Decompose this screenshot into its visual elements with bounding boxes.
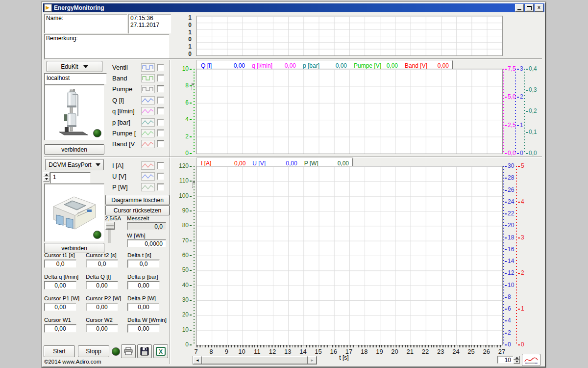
remark-label: Bemerkung:: [46, 35, 169, 42]
graph-palette-button[interactable]: 11 12: [522, 354, 540, 366]
start-button[interactable]: Start: [44, 345, 75, 357]
remark-input[interactable]: Bemerkung:: [44, 34, 170, 60]
easyport-selector[interactable]: DCVM EasyPort: [45, 159, 104, 170]
slider-knob[interactable]: [105, 222, 115, 230]
signal-checkbox[interactable]: [157, 85, 164, 93]
signal-label: Q [l]: [112, 97, 141, 104]
edukit-connect-button[interactable]: verbinden: [44, 144, 104, 155]
process-chart-plot[interactable]: [196, 69, 503, 154]
window-title: EnergyMonitoring: [54, 4, 514, 11]
axis-tick: 2: [185, 133, 192, 139]
print-button[interactable]: [121, 344, 136, 358]
digital-chart-y-axis: 101010: [181, 18, 195, 54]
cursor-cell: Delta W [Wmin]0,00: [127, 317, 162, 339]
maximize-button[interactable]: [525, 4, 534, 12]
divider: [44, 58, 542, 59]
legend-value: 0,00: [234, 62, 245, 69]
minimize-button[interactable]: [515, 4, 524, 12]
stop-button[interactable]: Stopp: [78, 345, 109, 357]
process-chart-right-axis-flow: 0,40,30,20,10,0: [524, 69, 539, 153]
signal-checkbox[interactable]: [157, 107, 164, 115]
printer-icon: [123, 347, 133, 356]
axis-tick: 22: [505, 210, 514, 216]
port-spinner[interactable]: [43, 172, 49, 182]
easyport-device-image: [44, 184, 104, 242]
labview-app-icon: [44, 4, 52, 12]
power-chart-right-axis-u: 302826242220181614121086420: [503, 166, 515, 344]
spin-up-icon[interactable]: [514, 356, 520, 360]
axis-tick: 8: [505, 294, 511, 300]
axis-tick: 30: [505, 163, 514, 169]
cursor-cell: Cursor W10,00: [44, 317, 86, 339]
edukit-selector[interactable]: EduKit: [47, 61, 102, 72]
spin-down-icon[interactable]: [514, 360, 520, 364]
easyport-connect-button[interactable]: verbinden: [44, 243, 104, 253]
range-switch-slider[interactable]: [105, 222, 113, 244]
axis-tick: 6: [505, 306, 511, 312]
axis-tick: 6: [185, 100, 192, 105]
cursor-value-field: 0,00: [44, 281, 76, 289]
stop-label: Stopp: [86, 348, 101, 355]
signal-checkbox[interactable]: [157, 140, 164, 148]
axis-tick: 20: [391, 348, 398, 355]
cursor-cell: Cursor t2 [s]0,0: [86, 252, 127, 274]
signal-checkbox[interactable]: [157, 130, 164, 137]
signal-checkbox[interactable]: [157, 184, 164, 191]
signal-row: Ventil: [112, 62, 164, 73]
axis-tick: 27: [498, 348, 505, 355]
axis-tick: 15: [315, 348, 321, 355]
axis-tick: 20: [505, 222, 514, 228]
name-label: Name:: [46, 15, 127, 22]
time-scrollbar[interactable]: ◄ ►: [193, 356, 317, 365]
axis-tick: 3: [517, 66, 523, 72]
save-button[interactable]: [137, 344, 152, 358]
signal-checkbox[interactable]: [157, 173, 164, 180]
run-status-led: [112, 347, 120, 356]
host-input[interactable]: localhost: [44, 73, 107, 84]
axis-tick: 12: [505, 270, 514, 276]
waveform-icon: [141, 74, 155, 82]
signal-row: U [V]: [112, 171, 164, 182]
messzeit-label: Messzeit: [127, 215, 149, 221]
edukit-device-image: [44, 84, 104, 140]
waveform-icon: [141, 161, 155, 170]
axis-tick: 8: [210, 348, 213, 355]
scrollbar-thumb[interactable]: [202, 356, 308, 364]
axis-tick: 2: [505, 330, 511, 336]
easyport-connect-label: verbinden: [61, 245, 87, 252]
signal-checkbox[interactable]: [157, 97, 164, 104]
cursor-value-field: 0,0: [44, 260, 76, 268]
waveform-icon: [141, 96, 155, 105]
divider: [170, 60, 171, 364]
clear-diagrams-button[interactable]: Diagramme löschen: [105, 195, 170, 205]
signal-checkbox[interactable]: [157, 75, 164, 82]
cursor-value-field: 0,00: [127, 281, 160, 289]
axis-tick: 0: [518, 342, 524, 347]
axis-tick: 10: [505, 282, 514, 288]
spin-down-icon[interactable]: [43, 177, 49, 182]
history-length-field[interactable]: 10: [497, 356, 514, 364]
cursor-cell: Cursor W20,00: [86, 317, 127, 339]
power-chart-plot[interactable]: [196, 166, 503, 345]
cursor-reset-button[interactable]: Cursor rücksetzen: [105, 205, 170, 215]
name-input[interactable]: Name:: [44, 14, 127, 33]
excel-export-button[interactable]: X: [153, 344, 168, 358]
signal-label: Band [V: [112, 140, 141, 148]
host-value: localhost: [47, 75, 70, 81]
scroll-right-icon[interactable]: ►: [308, 356, 317, 364]
spin-up-icon[interactable]: [43, 172, 49, 177]
axis-tick: 9: [225, 348, 228, 355]
cursor-value-field: 0,00: [86, 281, 118, 289]
signal-row: I [A]: [112, 160, 164, 171]
signal-checkbox[interactable]: [157, 64, 164, 71]
close-button[interactable]: ×: [535, 4, 543, 12]
date-value: 27.11.2017: [130, 22, 171, 28]
port-input[interactable]: 1: [50, 172, 91, 184]
scroll-left-icon[interactable]: ◄: [193, 356, 202, 364]
signal-checkbox[interactable]: [157, 119, 164, 126]
signal-row: Pumpe [: [112, 128, 164, 138]
history-spinner[interactable]: [514, 356, 520, 364]
signal-checkbox[interactable]: [157, 162, 164, 169]
range-switch-label: 2,5/5A: [105, 215, 121, 221]
port-value: 1: [53, 174, 56, 181]
